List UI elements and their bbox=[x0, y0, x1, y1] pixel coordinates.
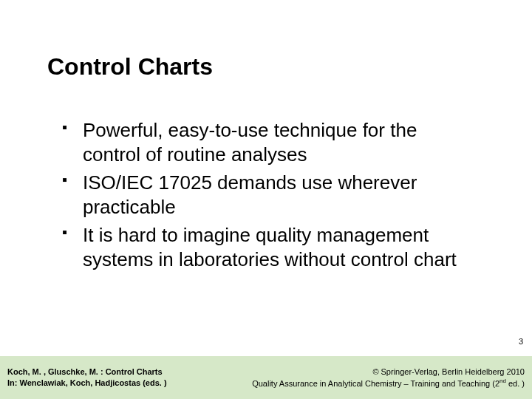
slide-title: Control Charts bbox=[47, 53, 213, 81]
footer-in: In: Wenclawiak, Koch, Hadjicostas (eds. … bbox=[7, 378, 167, 389]
footer-authors: Koch, M. , Gluschke, M. : Control Charts bbox=[7, 366, 167, 378]
list-item: Powerful, easy-to-use technique for the … bbox=[62, 118, 476, 166]
list-item: It is hard to imagine quality management… bbox=[62, 223, 476, 271]
footer-book: Quality Assurance in Analytical Chemistr… bbox=[252, 378, 525, 389]
footer-bar: Koch, M. , Gluschke, M. : Control Charts… bbox=[0, 356, 532, 399]
footer-left: Koch, M. , Gluschke, M. : Control Charts… bbox=[7, 366, 167, 389]
list-item: ISO/IEC 17025 demands use wherever pract… bbox=[62, 171, 476, 219]
slide: Control Charts Powerful, easy-to-use tec… bbox=[0, 0, 532, 399]
footer-book-pre: Quality Assurance in Analytical Chemistr… bbox=[252, 378, 499, 387]
footer-book-sup: nd bbox=[499, 378, 506, 384]
page-number: 3 bbox=[519, 337, 523, 346]
footer-right: © Springer-Verlag, Berlin Heidelberg 201… bbox=[252, 366, 525, 389]
footer-book-post: ed. ) bbox=[506, 378, 525, 387]
bullet-list: Powerful, easy-to-use technique for the … bbox=[62, 118, 476, 276]
footer-publisher: © Springer-Verlag, Berlin Heidelberg 201… bbox=[252, 366, 525, 378]
